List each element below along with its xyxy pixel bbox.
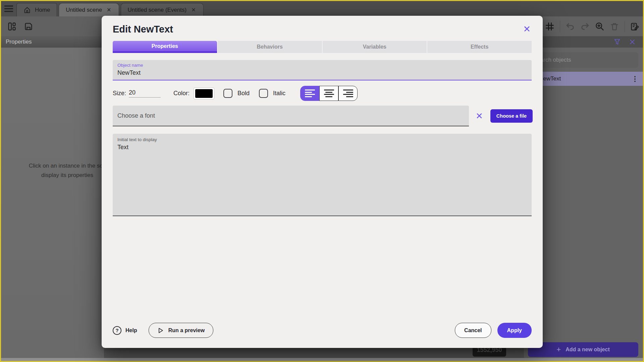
close-tab-icon[interactable]: ✕ — [191, 7, 196, 13]
properties-panel-title: Properties — [6, 39, 32, 45]
bold-checkbox[interactable] — [223, 89, 232, 98]
align-left-button[interactable] — [300, 86, 319, 101]
object-menu-icon[interactable]: ⋮ — [632, 75, 638, 83]
toolbar-separator — [560, 21, 560, 32]
redo-icon[interactable] — [579, 20, 591, 33]
close-panel-icon[interactable] — [629, 39, 636, 45]
tab-behaviors[interactable]: Behaviors — [217, 41, 322, 53]
dialog-title: Edit NewText — [113, 24, 173, 35]
color-swatch-value — [195, 89, 213, 98]
save-icon[interactable] — [22, 20, 35, 33]
close-dialog-icon[interactable]: ✕ — [523, 25, 531, 34]
align-left-icon — [305, 89, 315, 97]
tab-effects[interactable]: Effects — [427, 41, 532, 53]
initial-text-label: Initial text to display — [117, 137, 527, 142]
choose-file-button[interactable]: Choose a file — [490, 109, 533, 123]
tab-untitled-scene[interactable]: Untitled scene ✕ — [59, 3, 119, 16]
properties-panel-header: Properties — [1, 36, 104, 48]
tab-home[interactable]: Home — [16, 3, 57, 16]
tab-bar: Home Untitled scene ✕ Untitled scene (Ev… — [1, 1, 643, 16]
run-preview-button[interactable]: Run a preview — [149, 323, 213, 338]
align-right-icon — [343, 89, 353, 97]
align-center-button[interactable] — [319, 86, 338, 101]
search-objects-input[interactable] — [528, 52, 638, 68]
bold-label: Bold — [237, 90, 250, 97]
align-right-button[interactable] — [338, 86, 358, 101]
object-name-input[interactable] — [117, 68, 527, 76]
filter-icon[interactable] — [613, 38, 621, 46]
object-name-field-label: Object name — [117, 63, 527, 68]
play-icon — [157, 327, 164, 334]
size-input[interactable] — [129, 89, 161, 98]
italic-checkbox[interactable] — [259, 89, 268, 98]
edit-scene-icon[interactable] — [629, 20, 641, 33]
help-icon: ? — [113, 326, 121, 335]
align-center-icon — [324, 89, 334, 97]
apply-button[interactable]: Apply — [497, 323, 532, 338]
italic-label: Italic — [273, 90, 285, 97]
toolbar-separator — [625, 21, 625, 32]
color-label: Color: — [173, 90, 190, 97]
tab-label: Untitled scene (Events) — [128, 7, 187, 13]
cancel-button[interactable]: Cancel — [455, 323, 491, 338]
initial-text-value[interactable]: Text — [117, 142, 527, 151]
text-alignment-group — [300, 86, 358, 101]
window-bottom-strip — [1, 358, 643, 361]
size-label: Size: — [113, 90, 126, 97]
properties-panel: Properties — [1, 36, 104, 358]
clear-font-icon[interactable]: ✕ — [476, 111, 483, 121]
tab-label: Untitled scene — [66, 7, 102, 13]
close-tab-icon[interactable]: ✕ — [106, 7, 112, 13]
initial-text-field[interactable]: Initial text to display Text — [113, 134, 532, 216]
delete-icon[interactable] — [608, 20, 621, 33]
undo-icon[interactable] — [564, 20, 576, 33]
project-manager-icon[interactable] — [6, 20, 18, 33]
tab-untitled-scene-events[interactable]: Untitled scene (Events) ✕ — [121, 3, 204, 16]
zoom-in-icon[interactable] — [594, 20, 606, 33]
object-name-field[interactable]: Object name — [113, 60, 532, 80]
tab-label: Home — [35, 7, 50, 13]
add-new-object-button[interactable]: + Add a new object — [528, 342, 638, 357]
font-input[interactable] — [113, 106, 469, 126]
app-window: Home Untitled scene ✕ Untitled scene (Ev… — [0, 0, 644, 362]
grid-icon[interactable] — [544, 20, 556, 33]
home-icon — [23, 6, 31, 14]
tab-properties[interactable]: Properties — [113, 41, 217, 53]
plus-icon: + — [556, 345, 561, 354]
edit-object-dialog: Edit NewText ✕ Properties Behaviors Vari… — [102, 16, 543, 348]
color-swatch[interactable] — [194, 87, 214, 100]
dialog-tabs: Properties Behaviors Variables Effects — [113, 41, 532, 53]
menu-icon[interactable] — [1, 1, 16, 16]
tab-variables[interactable]: Variables — [322, 41, 427, 53]
help-button[interactable]: ? Help — [113, 326, 137, 335]
